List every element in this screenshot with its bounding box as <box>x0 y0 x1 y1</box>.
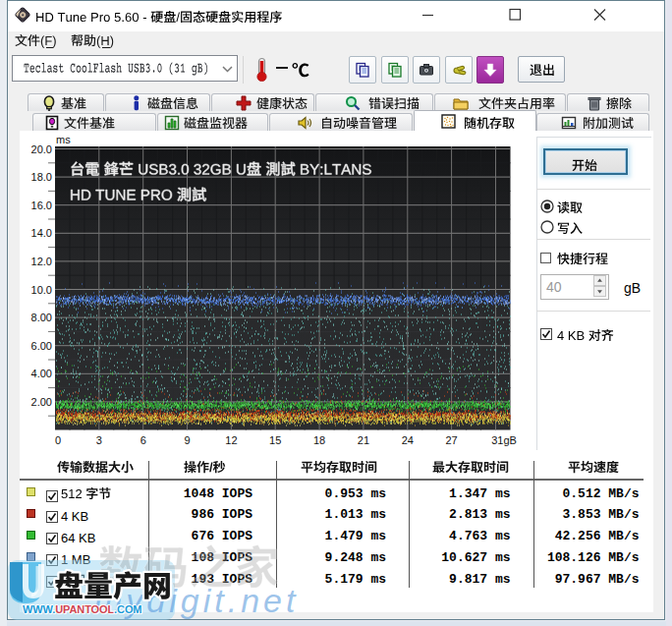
svg-text:27: 27 <box>445 434 457 446</box>
svg-text:18: 18 <box>313 434 325 446</box>
svg-text:10.0: 10.0 <box>31 284 52 296</box>
svg-text:16.0: 16.0 <box>31 199 52 211</box>
svg-text:6.00: 6.00 <box>31 340 52 352</box>
svg-text:12.0: 12.0 <box>31 256 52 267</box>
svg-text:6: 6 <box>140 434 146 446</box>
svg-text:18.0: 18.0 <box>31 171 52 183</box>
svg-text:9: 9 <box>184 434 190 446</box>
svg-text:0: 0 <box>55 434 61 446</box>
svg-text:8.00: 8.00 <box>31 312 52 323</box>
svg-text:ms: ms <box>56 134 71 145</box>
svg-text:12: 12 <box>225 434 237 446</box>
svg-text:4.00: 4.00 <box>31 368 52 379</box>
svg-text:2.00: 2.00 <box>31 396 52 408</box>
svg-text:21: 21 <box>358 434 369 446</box>
svg-text:15: 15 <box>269 434 281 446</box>
svg-text:3: 3 <box>96 434 102 446</box>
svg-text:31gB: 31gB <box>491 434 517 446</box>
svg-text:24: 24 <box>402 434 414 446</box>
svg-text:20.0: 20.0 <box>31 143 52 155</box>
svg-text:14.0: 14.0 <box>31 227 52 239</box>
